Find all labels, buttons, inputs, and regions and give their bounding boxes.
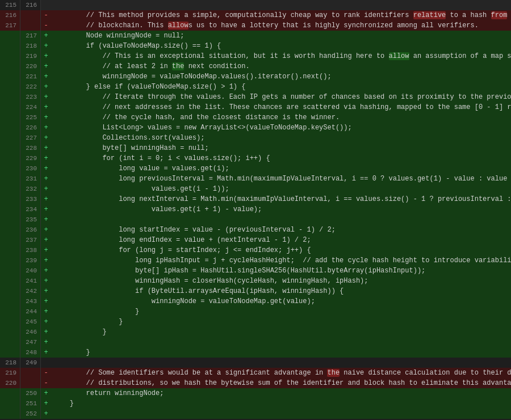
line-content: } [51, 347, 511, 358]
line-marker: + [41, 204, 51, 215]
line-content: long nextInterval = Math.min(maximumIpVa… [51, 194, 511, 204]
diff-line: 227+ Collections.sort(values); [0, 133, 511, 143]
new-line-num: 218 [20, 41, 41, 51]
diff-line: 218249 [0, 358, 511, 368]
new-line-num [20, 10, 41, 20]
old-line-num [0, 123, 20, 133]
new-line-num: 246 [20, 327, 41, 337]
diff-line: 238+ for (long j = startIndex; j <= endI… [0, 245, 511, 255]
new-line-num: 221 [20, 72, 41, 82]
line-marker: - [41, 368, 51, 378]
new-line-num: 219 [20, 51, 41, 61]
old-line-num [0, 409, 20, 419]
line-marker: + [41, 245, 51, 255]
old-line-num: 220 [0, 378, 20, 388]
new-line-num [20, 368, 41, 378]
line-marker: - [41, 10, 51, 20]
line-marker: + [41, 337, 51, 347]
old-line-num [0, 347, 20, 358]
diff-line: 221+ winningNode = valueToNodeMap.values… [0, 72, 511, 82]
line-marker: + [41, 215, 51, 225]
old-line-num [0, 184, 20, 194]
line-content: byte[] ipHash = HashUtil.singleSHA256(Ha… [51, 266, 511, 276]
new-line-num: 231 [20, 174, 41, 184]
line-content: Node winningNode = null; [51, 31, 511, 41]
line-marker: + [41, 296, 51, 306]
diff-line: 234+ values.get(i + 1) - value); [0, 204, 511, 215]
line-marker: + [41, 194, 51, 204]
line-marker: + [41, 225, 51, 235]
new-line-num: 238 [20, 245, 41, 255]
line-marker: + [41, 112, 51, 123]
old-line-num: 219 [0, 368, 20, 378]
diff-line: 220- // distributions, so we hash the by… [0, 378, 511, 388]
line-marker: - [41, 20, 51, 31]
line-marker: + [41, 31, 51, 41]
line-marker [41, 0, 51, 10]
diff-line: 219+ // This is an exceptional situation… [0, 51, 511, 61]
diff-line: 243+ winningNode = valueToNodeMap.get(va… [0, 296, 511, 306]
line-content: for (int i = 0; i < values.size(); i++) … [51, 153, 511, 163]
old-line-num [0, 194, 20, 204]
line-marker: + [41, 92, 51, 102]
old-line-num [0, 286, 20, 296]
old-line-num [0, 92, 20, 102]
old-line-num [0, 215, 20, 225]
line-content [51, 337, 511, 347]
line-marker: + [41, 347, 51, 358]
line-content [51, 215, 511, 225]
line-content: for (long j = startIndex; j <= endIndex;… [51, 245, 511, 255]
diff-line: 237+ long endIndex = value + (nextInterv… [0, 235, 511, 245]
line-marker: + [41, 123, 51, 133]
line-marker [41, 358, 51, 368]
old-line-num [0, 235, 20, 245]
line-content: } [51, 327, 511, 337]
line-content: } else if (valueToNodeMap.size() > 1) { [51, 82, 511, 92]
new-line-num [20, 20, 41, 31]
old-line-num [0, 82, 20, 92]
new-line-num: 239 [20, 255, 41, 266]
line-marker: + [41, 398, 51, 409]
new-line-num: 252 [20, 409, 41, 419]
line-content: long previousInterval = Math.min(maximum… [51, 174, 511, 184]
diff-line: 217- // blockchain. This allows us to ha… [0, 20, 511, 31]
line-content: // next addresses in the list. These cha… [51, 102, 511, 112]
new-line-num: 243 [20, 296, 41, 306]
new-line-num: 223 [20, 92, 41, 102]
line-marker: + [41, 327, 51, 337]
old-line-num [0, 153, 20, 163]
new-line-num: 227 [20, 133, 41, 143]
diff-line: 224+ // next addresses in the list. Thes… [0, 102, 511, 112]
line-marker: + [41, 317, 51, 327]
old-line-num [0, 276, 20, 286]
diff-line: 236+ long startIndex = value - (previous… [0, 225, 511, 235]
old-line-num [0, 266, 20, 276]
new-line-num: 232 [20, 184, 41, 194]
diff-line: 250+ return winningNode; [0, 388, 511, 398]
new-line-num: 225 [20, 112, 41, 123]
old-line-num [0, 143, 20, 153]
line-marker: + [41, 266, 51, 276]
line-marker: + [41, 102, 51, 112]
old-line-num [0, 61, 20, 72]
old-line-num: 218 [0, 358, 20, 368]
line-content: if (valueToNodeMap.size() == 1) { [51, 41, 511, 51]
line-marker: + [41, 133, 51, 143]
old-line-num [0, 174, 20, 184]
old-line-num [0, 225, 20, 235]
diff-line: 239+ long ipHashInput = j + cycleHashHei… [0, 255, 511, 266]
line-content: // This is an exceptional situation, but… [51, 51, 511, 61]
line-content: Collections.sort(values); [51, 133, 511, 143]
new-line-num: 233 [20, 194, 41, 204]
diff-line: 235+ [0, 215, 511, 225]
new-line-num: 242 [20, 286, 41, 296]
old-line-num [0, 31, 20, 41]
diff-line: 240+ byte[] ipHash = HashUtil.singleSHA2… [0, 266, 511, 276]
diff-line: 248+ } [0, 347, 511, 358]
diff-line: 229+ for (int i = 0; i < values.size(); … [0, 153, 511, 163]
new-line-num [20, 378, 41, 388]
diff-line: 247+ [0, 337, 511, 347]
new-line-num: 248 [20, 347, 41, 358]
new-line-num: 241 [20, 276, 41, 286]
diff-line: 223+ // Iterate through the values. Each… [0, 92, 511, 102]
